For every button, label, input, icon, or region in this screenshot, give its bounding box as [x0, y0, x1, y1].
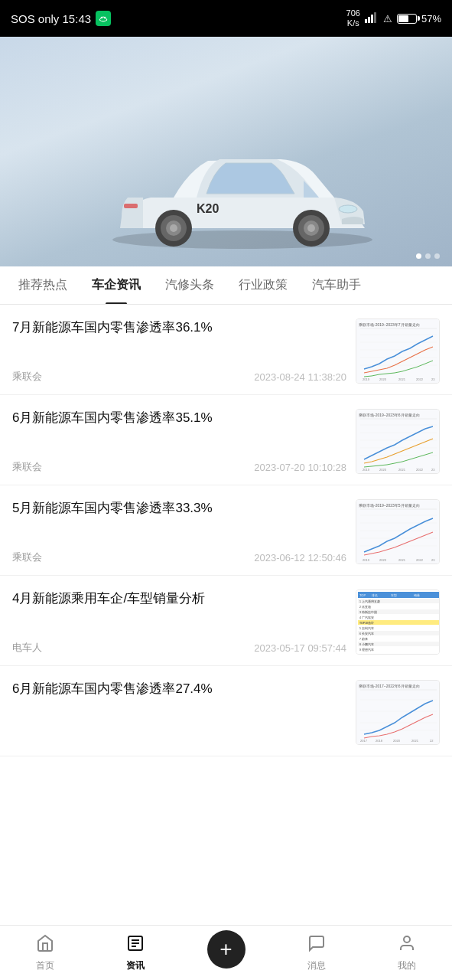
news-source: 乘联会 — [12, 550, 42, 564]
svg-text:7 蔚来: 7 蔚来 — [359, 637, 368, 641]
home-icon — [36, 934, 54, 957]
svg-point-12 — [307, 224, 315, 232]
svg-text:2019: 2019 — [363, 558, 370, 562]
news-item[interactable]: 5月新能源车国内零售渗透率33.3% 乘联会 2023-06-12 12:50:… — [0, 485, 452, 576]
news-title: 5月新能源车国内零售渗透率33.3% — [12, 499, 346, 518]
status-text: SOS only 15:43 — [11, 12, 91, 25]
svg-text:乘联市场-2019~2023年5月销量走向: 乘联市场-2019~2023年5月销量走向 — [359, 503, 420, 508]
svg-text:TOP10合计: TOP10合计 — [359, 621, 374, 625]
hero-banner[interactable]: K20 — [0, 37, 452, 266]
svg-text:2022: 2022 — [416, 558, 424, 562]
svg-point-6 — [112, 230, 372, 249]
svg-text:乘联市场-2019~2023年6月销量走向: 乘联市场-2019~2023年6月销量走向 — [359, 413, 420, 417]
tab-repair[interactable]: 汽修头条 — [153, 266, 226, 305]
svg-text:6 长安汽车: 6 长安汽车 — [359, 632, 374, 635]
svg-rect-4 — [371, 15, 373, 23]
svg-text:2019: 2019 — [363, 377, 370, 381]
news-feed: 7月新能源车国内零售渗透率36.1% 乘联会 2023-08-24 11:38:… — [0, 305, 452, 756]
news-item[interactable]: 4月新能源乘用车企/车型销量分析 电车人 2023-05-17 09:57:44… — [0, 576, 452, 666]
news-icon — [126, 934, 145, 957]
news-meta: 乘联会 2023-07-20 10:10:28 — [12, 460, 346, 474]
news-title: 4月新能源乘用车企/车型销量分析 — [12, 590, 346, 608]
svg-rect-31 — [356, 410, 440, 474]
news-thumbnail: 乘联市场-2019~2023年6月销量走向 2019 2020 2021 202… — [356, 409, 440, 474]
status-bar: SOS only 15:43 706K/s ⚠ 57% — [0, 0, 452, 37]
profile-icon — [398, 934, 416, 957]
svg-text:2021: 2021 — [398, 558, 406, 562]
bottom-nav-profile[interactable]: 我的 — [362, 934, 452, 972]
tab-hot[interactable]: 推荐热点 — [6, 266, 80, 305]
profile-label: 我的 — [398, 959, 416, 972]
svg-text:乘联市场-2017~2022年6月销量走向: 乘联市场-2017~2022年6月销量走向 — [359, 684, 420, 688]
svg-rect-18 — [356, 319, 440, 384]
bottom-nav-add[interactable]: + — [180, 930, 271, 976]
wechat-icon — [96, 11, 111, 26]
news-content: 6月新能源车国内零售渗透率27.4% — [12, 680, 346, 745]
news-meta: 电车人 2023-05-17 09:57:44 — [12, 641, 346, 655]
svg-text:2021: 2021 — [411, 739, 419, 743]
svg-text:2020: 2020 — [393, 739, 401, 743]
news-item[interactable]: 6月新能源车国内零售渗透率35.1% 乘联会 2023-07-20 10:10:… — [0, 395, 452, 485]
bottom-nav-news[interactable]: 资讯 — [90, 934, 180, 972]
car-image: K20 — [82, 98, 403, 251]
svg-point-7 — [339, 205, 357, 213]
bottom-nav-messages[interactable]: 消息 — [272, 934, 362, 972]
news-title: 6月新能源车国内零售渗透率35.1% — [12, 409, 346, 427]
messages-label: 消息 — [307, 959, 326, 972]
news-time: 2023-06-12 12:50:46 — [254, 552, 346, 564]
battery-container — [397, 13, 417, 24]
svg-text:2020: 2020 — [379, 377, 387, 381]
news-content: 4月新能源乘用车企/车型销量分析 电车人 2023-05-17 09:57:44 — [12, 590, 346, 655]
status-right: 706K/s ⚠ 57% — [346, 8, 441, 28]
svg-text:2017: 2017 — [360, 739, 368, 743]
news-time: 2023-08-24 11:38:20 — [254, 371, 346, 383]
news-source: 乘联会 — [12, 370, 42, 384]
svg-text:22: 22 — [430, 739, 434, 743]
svg-text:23: 23 — [431, 468, 435, 472]
svg-rect-3 — [368, 17, 370, 23]
news-label: 资讯 — [126, 959, 145, 972]
news-time: 2023-05-17 09:57:44 — [254, 642, 346, 654]
svg-text:TOP: TOP — [359, 593, 366, 597]
tab-policy[interactable]: 行业政策 — [226, 266, 300, 305]
news-title: 7月新能源车国内零售渗透率36.1% — [12, 318, 346, 337]
bottom-nav: 首页 资讯 + 消息 我的 — [0, 925, 452, 980]
bottom-nav-home[interactable]: 首页 — [0, 934, 90, 972]
svg-text:1 上汽通用五菱: 1 上汽通用五菱 — [359, 599, 380, 603]
tab-assistant[interactable]: 汽车助手 — [300, 266, 373, 305]
nav-tabs: 推荐热点 车企资讯 汽修头条 行业政策 汽车助手 — [0, 266, 452, 305]
news-content: 7月新能源车国内零售渗透率36.1% 乘联会 2023-08-24 11:38:… — [12, 318, 346, 384]
svg-rect-5 — [374, 12, 376, 23]
network-speed: 706K/s — [346, 8, 360, 28]
add-button[interactable]: + — [207, 930, 246, 969]
hero-dot-2 — [425, 253, 431, 259]
messages-icon — [307, 934, 326, 957]
svg-text:2021: 2021 — [398, 377, 406, 381]
home-label: 首页 — [36, 959, 54, 972]
svg-text:销量: 销量 — [413, 593, 420, 597]
svg-text:23: 23 — [431, 377, 435, 381]
news-source: 电车人 — [12, 641, 42, 655]
svg-text:2018: 2018 — [376, 739, 383, 743]
svg-text:K20: K20 — [197, 202, 219, 215]
news-item[interactable]: 6月新能源车国内零售渗透率27.4% 乘联市场-2017~2022年6月销量走向… — [0, 666, 452, 756]
svg-text:排名: 排名 — [372, 593, 378, 597]
svg-text:车型: 车型 — [391, 593, 397, 597]
hero-dots — [416, 253, 440, 259]
news-item[interactable]: 7月新能源车国内零售渗透率36.1% 乘联会 2023-08-24 11:38:… — [0, 305, 452, 395]
svg-text:2022: 2022 — [416, 468, 424, 472]
svg-text:3 特斯拉中国: 3 特斯拉中国 — [359, 610, 377, 614]
battery-percent: 57% — [421, 13, 441, 24]
news-content: 6月新能源车国内零售渗透率35.1% 乘联会 2023-07-20 10:10:… — [12, 409, 346, 474]
svg-text:2020: 2020 — [379, 558, 387, 562]
hero-dot-1 — [416, 253, 421, 259]
news-source: 乘联会 — [12, 460, 42, 474]
svg-text:4 广汽埃安: 4 广汽埃安 — [359, 616, 374, 619]
news-thumbnail: 乘联市场-2017~2022年6月销量走向 2017 2018 2020 202… — [356, 680, 440, 745]
status-left: SOS only 15:43 — [11, 11, 111, 26]
svg-rect-44 — [356, 500, 440, 564]
news-meta: 乘联会 2023-06-12 12:50:46 — [12, 550, 346, 564]
svg-text:乘联市场-2019~2023年7月销量走向: 乘联市场-2019~2023年7月销量走向 — [359, 322, 420, 327]
tab-car-news[interactable]: 车企资讯 — [80, 266, 153, 305]
svg-point-16 — [170, 224, 177, 232]
